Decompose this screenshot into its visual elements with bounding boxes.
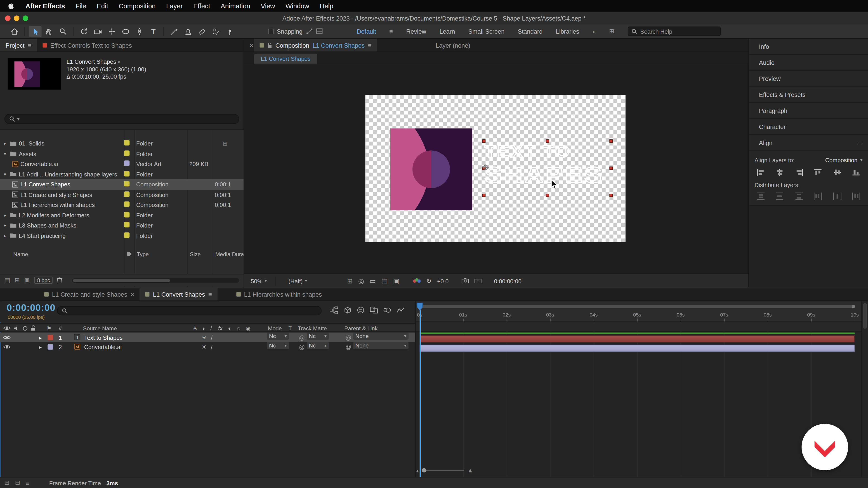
layer-label-chip[interactable] [48, 332, 53, 342]
workspace-review[interactable]: Review [406, 28, 426, 35]
pixel-aspect-icon[interactable]: ▣ [393, 277, 399, 285]
panel-header-paragraph[interactable]: Paragraph [749, 103, 868, 119]
layer-visibility-icon[interactable] [3, 332, 11, 342]
matte-pickwhip-icon[interactable]: @ [299, 332, 305, 342]
project-row-l1-folder[interactable]: ▾L1 Addi... Understanding shape layers F… [0, 169, 244, 179]
timeline-search-field[interactable] [57, 306, 322, 315]
video-column-icon[interactable] [3, 324, 11, 332]
tab-layer[interactable]: Layer (none) [430, 39, 476, 51]
puppet-pin-tool-icon[interactable] [223, 26, 236, 37]
frame-blending-icon[interactable] [370, 306, 378, 314]
label-chip[interactable] [124, 212, 129, 217]
brush-tool-icon[interactable] [168, 26, 180, 37]
layer-row-text-to-shapes[interactable]: ▸ 1 T Text to Shapes ☀ / Nc▾ @ Nc▾ @ Non… [0, 332, 415, 342]
camera-tool-icon[interactable] [91, 26, 104, 37]
zoom-window-button[interactable] [23, 15, 28, 21]
region-of-interest-icon[interactable]: ▭ [370, 277, 376, 285]
twirl-icon[interactable]: ▾ [2, 151, 8, 156]
minimize-window-button[interactable] [14, 15, 19, 21]
zoom-out-mountain-icon[interactable]: ▴ [416, 468, 418, 473]
tab-l1-create-style[interactable]: L1 Create and style Shapes × [39, 288, 140, 300]
color-management-icon[interactable] [413, 278, 421, 284]
parent-pickwhip-icon[interactable]: @ [345, 332, 351, 342]
selection-handle-top-left[interactable] [482, 139, 486, 143]
align-layers-to-dropdown[interactable]: Composition▾ [825, 157, 862, 163]
parent-pickwhip-icon[interactable]: @ [345, 342, 351, 351]
align-bottom-button[interactable] [852, 169, 860, 176]
menu-composition[interactable]: Composition [119, 2, 156, 10]
selection-handle-bottom-left[interactable] [482, 194, 486, 197]
panel-menu-icon[interactable]: ≡ [209, 291, 212, 297]
search-help-field[interactable]: Search Help [627, 27, 720, 36]
rotation-tool-icon[interactable] [78, 26, 90, 37]
project-row-l1-convert-shapes[interactable]: L1 Convert Shapes Composition 0:00:1 [0, 179, 244, 189]
show-snapshot-icon[interactable] [475, 278, 482, 283]
selection-handle-mid-right[interactable] [610, 166, 613, 170]
panel-header-character[interactable]: Character [749, 119, 868, 135]
tab-effect-controls[interactable]: Effect Controls Text to Shapes [37, 39, 137, 51]
layer-visibility-icon[interactable] [3, 342, 11, 351]
tab-close-icon[interactable]: × [130, 291, 134, 297]
align-horizontal-center-button[interactable] [776, 169, 784, 176]
solo-column-icon[interactable] [23, 324, 28, 332]
track-matte-column[interactable]: Track Matte [298, 324, 327, 332]
menu-layer[interactable]: Layer [166, 2, 183, 10]
twirl-icon[interactable]: ▸ [39, 342, 41, 351]
timeline-vertical-scrollbar[interactable] [862, 301, 868, 477]
selection-tool-icon[interactable] [29, 26, 41, 37]
workspace-layout-icon[interactable]: ⊞ [609, 28, 614, 35]
pan-behind-tool-icon[interactable] [105, 26, 118, 37]
panel-header-align[interactable]: Align≡ [749, 135, 868, 151]
hand-tool-icon[interactable] [43, 26, 55, 37]
snap-option-2-icon[interactable] [316, 28, 322, 34]
timeline-zoom-control[interactable]: ▴ ▲ [416, 467, 473, 474]
track-matte-dropdown[interactable]: Nc▾ [307, 342, 329, 349]
label-chip[interactable] [124, 222, 129, 228]
parent-link-dropdown[interactable]: None▾ [353, 342, 408, 349]
menu-help[interactable]: Help [320, 2, 333, 10]
delete-item-icon[interactable] [57, 277, 62, 283]
workspace-standard[interactable]: Standard [518, 28, 542, 35]
parent-link-column[interactable]: Parent & Link [344, 324, 377, 332]
roto-brush-tool-icon[interactable] [209, 26, 222, 37]
proxy-icon[interactable]: ⊟ [15, 479, 20, 486]
composition-mini-flowchart-icon[interactable] [330, 306, 338, 314]
menu-effect[interactable]: Effect [193, 2, 210, 10]
panel-menu-icon[interactable]: ≡ [28, 42, 31, 48]
selection-handle-bottom-right[interactable] [610, 194, 613, 197]
tab-composition[interactable]: Composition L1 Convert Shapes ≡ [254, 39, 377, 51]
motion-blur-switch-icon[interactable]: ◌ [237, 324, 240, 332]
new-folder-icon[interactable]: ⊞ [15, 276, 20, 284]
panel-menu-icon[interactable]: ≡ [368, 42, 372, 48]
label-chip[interactable] [124, 161, 129, 166]
zoom-slider-handle[interactable] [422, 468, 426, 473]
panel-header-effects-presets[interactable]: Effects & Presets [749, 87, 868, 103]
label-chip[interactable] [124, 151, 129, 156]
shy-switch-icon[interactable]: ☀ [193, 324, 197, 332]
distribute-top-button[interactable] [757, 193, 765, 200]
lock-icon[interactable] [268, 42, 272, 48]
project-row-l3-folder[interactable]: ▸L3 Shapes and Masks Folder [0, 220, 244, 230]
eraser-tool-icon[interactable] [195, 26, 208, 37]
tab-project[interactable]: Project ≡ [0, 39, 37, 51]
pen-tool-icon[interactable] [133, 26, 146, 37]
label-chip[interactable] [124, 171, 129, 176]
parent-link-dropdown[interactable]: None▾ [353, 332, 408, 340]
workspace-libraries[interactable]: Libraries [556, 28, 579, 35]
menu-window[interactable]: Window [285, 2, 309, 10]
layer-bar-convertable-ai[interactable] [420, 345, 855, 352]
breadcrumb[interactable]: L1 Convert Shapes [254, 54, 317, 64]
layer-row-convertable-ai[interactable]: ▸ 2 Ai Convertable.ai ☀ / Nc▾ @ Nc▾ @ No… [0, 342, 415, 351]
draft-3d-icon[interactable] [343, 306, 351, 314]
label-chip[interactable] [124, 140, 129, 145]
collapse-switch-icon[interactable]: ☀ [202, 332, 207, 342]
quality-switch-icon[interactable]: / [211, 324, 212, 332]
work-area-bar[interactable] [420, 305, 855, 308]
project-search-field[interactable]: ▾ [4, 114, 239, 124]
menu-animation[interactable]: Animation [221, 2, 250, 10]
clone-stamp-tool-icon[interactable] [182, 26, 194, 37]
panel-menu-icon[interactable]: ≡ [858, 139, 862, 146]
magnification-dropdown[interactable]: 50%▾ [251, 278, 267, 284]
quality-switch-icon[interactable]: / [211, 332, 213, 342]
distribute-bottom-button[interactable] [795, 193, 803, 200]
